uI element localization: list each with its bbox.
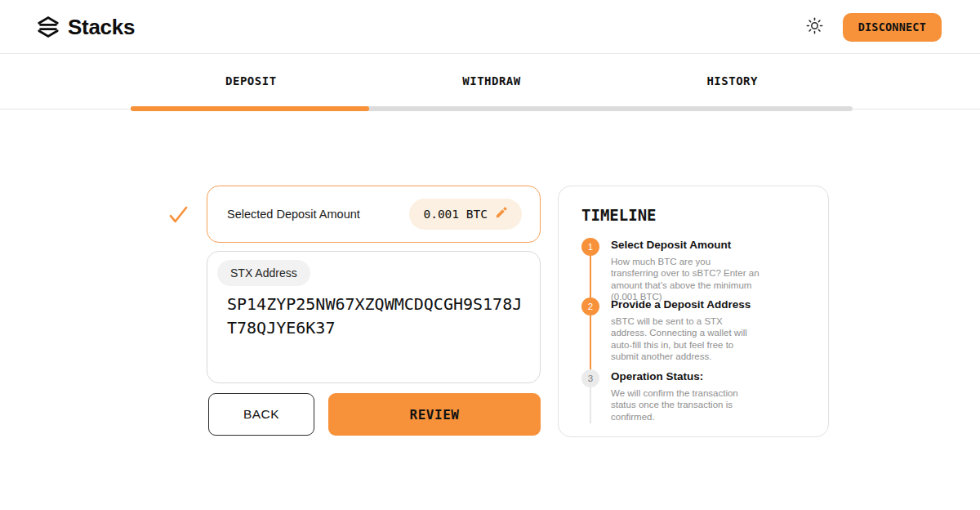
timeline-step-title: Select Deposit Amount <box>611 239 771 251</box>
brand-name: Stacks <box>68 15 135 40</box>
amount-label: Selected Deposit Amount <box>227 208 409 221</box>
amount-edit-pill[interactable]: 0.001 BTC <box>409 199 522 230</box>
stx-address-card: STX Address SP14ZYP25NW67XZQWMCDQCGH9S17… <box>207 251 541 383</box>
timeline-connector-2 <box>590 315 591 369</box>
review-button[interactable]: REVIEW <box>328 393 541 436</box>
timeline-connector-1 <box>590 255 591 298</box>
sbtc-bridge-app: Stacks DISCON <box>0 0 980 510</box>
tab-withdraw[interactable]: WITHDRAW <box>372 54 612 107</box>
timeline-step-3-badge: 3 <box>581 369 599 387</box>
timeline-step-3: Operation Status: We will confirm the tr… <box>611 370 771 423</box>
back-button[interactable]: BACK <box>208 393 314 436</box>
sun-icon <box>806 17 823 37</box>
timeline-title: TIMELINE <box>581 206 657 224</box>
timeline-step-2: Provide a Deposit Address sBTC will be s… <box>611 298 771 363</box>
amount-value: 0.001 BTC <box>423 208 488 221</box>
timeline-step-title: Provide a Deposit Address <box>611 298 771 311</box>
selected-amount-card: Selected Deposit Amount 0.001 BTC <box>207 186 541 243</box>
timeline-connector-3 <box>590 387 591 423</box>
theme-toggle-button[interactable] <box>804 16 825 38</box>
timeline-step-description: How much BTC are you transferring over t… <box>611 256 760 303</box>
stx-address-value[interactable]: SP14ZYP25NW67XZQWMCDQCGH9S178JT78QJYE6K3… <box>227 293 529 340</box>
deposit-progress-track <box>131 106 853 111</box>
timeline-panel: TIMELINE 1 Select Deposit Amount How muc… <box>558 186 829 437</box>
timeline-step-description: We will confirm the transaction status o… <box>611 387 760 423</box>
checkmark-icon <box>167 204 189 229</box>
deposit-progress-fill <box>131 106 369 111</box>
timeline-step-2-badge: 2 <box>581 298 599 315</box>
stacks-logo-icon <box>36 15 60 39</box>
app-header: Stacks DISCON <box>0 0 980 54</box>
timeline-step-title: Operation Status: <box>611 370 771 382</box>
tab-deposit[interactable]: DEPOSIT <box>131 54 372 107</box>
stx-address-badge: STX Address <box>217 260 310 286</box>
tab-bar: DEPOSIT WITHDRAW HISTORY <box>131 54 853 107</box>
pencil-icon <box>495 206 508 222</box>
disconnect-button[interactable]: DISCONNECT <box>843 13 942 42</box>
timeline-step-1: Select Deposit Amount How much BTC are y… <box>611 239 771 303</box>
tab-history[interactable]: HISTORY <box>612 54 853 107</box>
timeline-step-1-badge: 1 <box>581 238 599 256</box>
header-actions: DISCONNECT <box>804 0 942 54</box>
timeline-step-description: sBTC will be sent to a STX address. Conn… <box>611 315 760 363</box>
stacks-logo[interactable]: Stacks <box>36 0 135 54</box>
